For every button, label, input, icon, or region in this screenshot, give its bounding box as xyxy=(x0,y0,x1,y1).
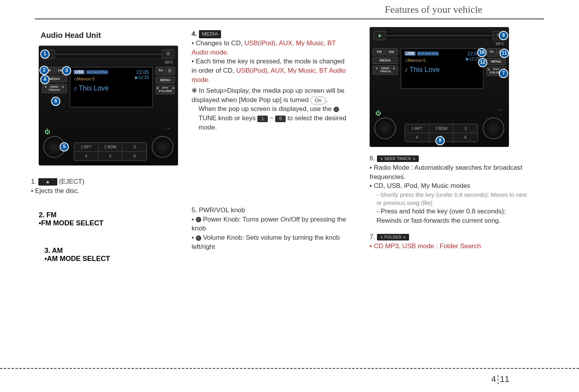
eject-label-box: ▲ xyxy=(38,178,57,185)
on-oval: On xyxy=(310,97,325,104)
item6-header: 6. ∨ SEEK TRACK ∧ xyxy=(370,154,532,163)
head-unit-left: ▲ ⦿ MP3 FMAM MEDIA ∨SEEK TRACK∧ TAⓘ MENU xyxy=(39,46,178,165)
preset-3[interactable]: 3 xyxy=(122,143,147,152)
item2-num: 2. FM xyxy=(39,211,172,219)
arc-icon: ⌒ xyxy=(166,128,171,135)
seek-track-label-box: ∨ SEEK TRACK ∧ xyxy=(377,155,419,162)
tune-knob[interactable] xyxy=(152,136,173,158)
item5-b2: • Volume Knob: Sets volume by turning th… xyxy=(192,233,346,252)
song-title: ♪This Love xyxy=(74,84,149,92)
seek-track-button-r[interactable]: ∨SEEK TRACK∧ xyxy=(373,65,398,75)
callout-5: 5 xyxy=(60,142,69,152)
item1-bullet: • Ejects the disc. xyxy=(31,186,172,196)
cd-slot xyxy=(54,52,163,56)
item2-bullet: •FM MODE SELECT xyxy=(39,219,172,227)
item6-b2a: - Shortly press the key (under 0.8 secon… xyxy=(370,191,532,207)
item1-line: 1. ▲ (EJECT) xyxy=(31,177,172,186)
item6-b2b: - Press and hold the key (over 0.8 secon… xyxy=(370,207,532,225)
callout-12: 12 xyxy=(478,58,487,67)
callout-9: 9 xyxy=(499,31,508,40)
preset-1[interactable]: 1 RPT xyxy=(74,143,98,152)
pty-folder-button[interactable]: ∨PTY FOLDER∧ xyxy=(156,85,175,94)
tune-knob-r[interactable] xyxy=(483,118,504,139)
item4-header: 4. MEDIA xyxy=(192,29,346,39)
page-number: 411 xyxy=(491,374,509,384)
lcd-display-r: USB B CI AUX iPod 22:05 ♫Maroon 5 ▶12:25… xyxy=(401,48,484,89)
callout-10: 10 xyxy=(477,48,486,57)
key1-box: 1 xyxy=(257,116,268,122)
key6-box: 6 xyxy=(275,116,286,122)
knob-symbol-vol xyxy=(196,235,201,241)
item7-header: 7. ∨ FOLDER ∧ xyxy=(370,232,532,242)
callout-7: 7 xyxy=(499,69,508,78)
knob-symbol xyxy=(334,107,339,112)
mp3-label-r: MP3 xyxy=(495,42,504,46)
item4-b4: When the pop up screen is displayed, use… xyxy=(192,104,346,132)
folder-label-box: ∨ FOLDER ∧ xyxy=(377,234,409,240)
item3-bullet: •AM MODE SELECT xyxy=(45,255,172,263)
footer-rule xyxy=(0,368,579,369)
callout-2: 2 xyxy=(39,66,49,75)
callout-4: 4 xyxy=(40,75,50,84)
menu-button[interactable]: MENU xyxy=(156,77,175,84)
item4-b2: • Each time the key is pressed, the mode… xyxy=(192,57,346,84)
preset-grid: 1 RPT 2 RDM 3 4 5 6 xyxy=(74,142,147,161)
mp3-label: MP3 xyxy=(164,60,173,65)
power-icon: ⏻ xyxy=(45,128,50,135)
eject-button-r[interactable]: ▲ xyxy=(373,31,386,40)
item5-header: 5. PWR/VOL knob xyxy=(192,206,346,215)
power-icon-r: ⏻ xyxy=(375,110,381,116)
arc-icon-r: ⌒ xyxy=(497,109,502,116)
fm-am-button-r[interactable]: FMAM xyxy=(373,48,398,55)
media-button-r[interactable]: MEDIA xyxy=(373,57,398,64)
item4-b1: • Changes to CD, USB(iPod), AUX, My Musi… xyxy=(192,39,346,57)
callout-1: 1 xyxy=(40,49,50,59)
callout-11: 11 xyxy=(500,49,509,58)
media-label-box: MEDIA xyxy=(199,30,221,38)
source-tag: USB xyxy=(74,70,85,74)
menu-button-r[interactable]: MENU xyxy=(486,58,506,65)
head-unit-right: ▲ ⦿ MP3 FMAM MEDIA ∨SEEK TRACK∧ TAⓘ MENU xyxy=(370,27,509,147)
callout-8: 8 xyxy=(435,136,445,145)
item6-b2: • CD, USB, iPod, My Music modes xyxy=(370,181,532,191)
callout-6: 6 xyxy=(51,97,60,106)
knob-symbol-pwr xyxy=(196,217,201,222)
page-header: Features of your vehicle xyxy=(0,0,579,15)
seek-track-button[interactable]: ∨SEEK TRACK∧ xyxy=(42,84,67,93)
lcd-display: USB B CI AUX iPod 22:05 ♫Maroon 5 ▶12:25… xyxy=(70,67,153,107)
ta-info-button[interactable]: TAⓘ xyxy=(156,67,175,75)
callout-3: 3 xyxy=(62,66,71,75)
preset-2[interactable]: 2 RDM xyxy=(98,143,123,152)
preset-4[interactable]: 4 xyxy=(74,152,98,160)
mode-icons: B CI AUX iPod xyxy=(86,70,108,74)
cd-button[interactable]: ⦿ xyxy=(162,49,174,59)
cd-slot-r xyxy=(385,33,493,38)
artist-label: ♫Maroon 5 xyxy=(74,77,95,81)
item5-b1: • Power Knob: Turns power On/Off by pres… xyxy=(192,215,346,233)
item7-b1: • CD MP3, USB mode : Folder Search xyxy=(370,242,532,251)
power-vol-knob-r[interactable] xyxy=(374,118,396,139)
item6-b1: • Radio Mode : Automatically searches fo… xyxy=(370,163,532,182)
preset-5[interactable]: 5 xyxy=(98,152,123,160)
section-heading: Audio Head Unit xyxy=(41,31,172,40)
clock: 22:05 xyxy=(136,69,149,75)
play-time: ▶12:25 xyxy=(135,75,149,80)
item3-num: 3. AM xyxy=(45,247,172,255)
header-rule xyxy=(35,19,544,19)
item4-b3: ❋ In Setup>Display, the media pop up scr… xyxy=(192,86,346,105)
preset-6[interactable]: 6 xyxy=(122,152,147,160)
